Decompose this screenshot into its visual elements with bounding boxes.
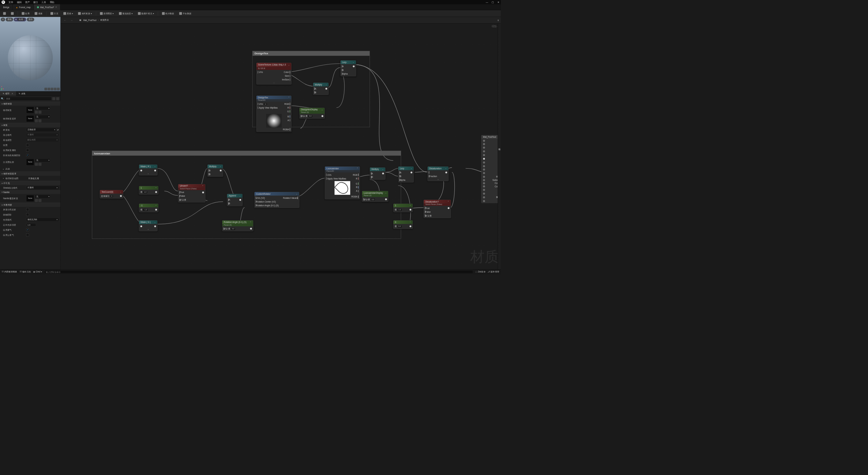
node-scenetexture[interactable]: SceneTexture:后期处理输入0⌄ 输入数据 UVsColor Size… bbox=[256, 63, 292, 85]
subsurface-dropdown[interactable]: 无 bbox=[35, 158, 51, 163]
node-lerp-top[interactable]: Lerp⌄ A B Alpha bbox=[340, 60, 356, 76]
vp-perspective[interactable]: 透视 bbox=[6, 18, 13, 21]
details-panel[interactable]: 物理材质 物理材质None无 物理材质遮罩None无 材质 材质域后期处理↺ 混… bbox=[0, 101, 60, 269]
pin-in[interactable] bbox=[140, 170, 142, 172]
material-preview-viewport[interactable]: ≡ 透视 ● 光照 显示 zy x bbox=[0, 17, 60, 91]
node-desaturation-switch[interactable]: Desaturation?⌃ Switch Param (False) True… bbox=[423, 200, 451, 218]
tab-parameters[interactable]: ✎参数 bbox=[16, 91, 28, 96]
pin-out[interactable] bbox=[290, 115, 290, 118]
asset-thumbnail[interactable]: None bbox=[26, 115, 34, 122]
pin-out[interactable] bbox=[155, 191, 157, 193]
apply-fog-checkbox[interactable] bbox=[26, 228, 29, 231]
node-constant-1[interactable]: 1⌃ 值 1.0 bbox=[139, 186, 159, 194]
node-constant-1-right[interactable]: 1⌃ 值 1.0 bbox=[393, 204, 413, 212]
pin-out[interactable] bbox=[120, 195, 122, 197]
use-material-attributes-checkbox[interactable] bbox=[26, 149, 29, 152]
tab-mat-posttool[interactable]: Mat_PostTool* ✕ bbox=[34, 4, 60, 10]
pin-out[interactable] bbox=[358, 195, 358, 198]
graph-menu-icon[interactable]: ≡ bbox=[498, 19, 499, 21]
live-update-button[interactable]: 实时更新 ▾ bbox=[77, 11, 93, 15]
console-input[interactable] bbox=[44, 270, 473, 273]
graph-root-icon[interactable]: ▦ bbox=[79, 19, 81, 21]
filter-icon[interactable] bbox=[52, 97, 55, 100]
minimize-icon[interactable]: — bbox=[486, 1, 488, 3]
node-designtex-display[interactable]: DesigntexDisplay⌄ Param (0) 默认值 0.0 bbox=[299, 108, 325, 118]
nanite-override-dropdown[interactable]: 无 bbox=[35, 195, 51, 199]
menu-help[interactable]: 帮助 bbox=[50, 0, 55, 4]
menu-tool[interactable]: 工具 bbox=[41, 0, 46, 4]
use-icon[interactable] bbox=[35, 199, 38, 202]
source-control-button[interactable]: ⎇ 版本管理 bbox=[488, 270, 499, 273]
tab-details[interactable]: ✎细节✕ bbox=[0, 91, 16, 96]
asset-thumbnail[interactable]: None bbox=[26, 195, 34, 202]
menu-window[interactable]: 窗口 bbox=[33, 0, 38, 4]
browse-icon[interactable] bbox=[38, 111, 41, 114]
pin-out[interactable] bbox=[445, 171, 447, 173]
pin-out[interactable] bbox=[290, 102, 290, 105]
menu-file[interactable]: 文件 bbox=[8, 0, 13, 4]
palette-panel-collapsed[interactable]: 调色板 bbox=[498, 23, 501, 269]
save-button[interactable] bbox=[2, 12, 7, 16]
pin-out[interactable] bbox=[155, 209, 157, 211]
category-nanite[interactable]: Nanite bbox=[0, 190, 60, 194]
material-graph[interactable]: ← → ▦ Mat_PostTool › 材质图表 ≡ 缩放-1 材质 bbox=[61, 17, 501, 269]
physmat-dropdown[interactable]: 无 bbox=[35, 106, 51, 110]
browse-button[interactable] bbox=[10, 12, 15, 16]
node-designtex-sampler[interactable]: DesignTex⌃ Param2D UVs 0RGB Apply View M… bbox=[256, 96, 292, 132]
node-multiply-right[interactable]: Multiply⌄ A B bbox=[370, 167, 386, 179]
node-luoxuanxian-display[interactable]: LuoxuanxianDisplay⌄ Param (0) 默认值 0.0 bbox=[362, 191, 388, 202]
category-invisible[interactable]: 不可见 bbox=[0, 181, 60, 185]
pin-out[interactable] bbox=[290, 75, 290, 77]
pin-out[interactable] bbox=[298, 196, 298, 199]
pin-out[interactable] bbox=[382, 172, 384, 174]
close-icon[interactable]: ✕ bbox=[497, 1, 499, 3]
tab-close-icon[interactable]: ✕ bbox=[55, 6, 57, 8]
node-luoxuanxian-sampler[interactable]: Luoxuanxian⌃ Param2D UVsRGB Apply View M… bbox=[325, 166, 360, 199]
two-sided-checkbox[interactable] bbox=[26, 144, 29, 147]
breadcrumb-leaf[interactable]: 材质图表 bbox=[100, 19, 109, 22]
browse-icon[interactable] bbox=[38, 119, 41, 122]
pin-out[interactable] bbox=[358, 190, 358, 192]
platform-stats-button[interactable]: 平台数据 bbox=[178, 11, 193, 15]
pin-out[interactable] bbox=[410, 209, 412, 211]
node-mask-g[interactable]: Mask ( G )⌄ ⌄ bbox=[139, 220, 158, 231]
output-log-button[interactable]: ▤ 输出日志 bbox=[20, 270, 31, 273]
pin-out[interactable] bbox=[154, 225, 156, 227]
home-button[interactable]: 主页 bbox=[49, 11, 59, 15]
pin-in[interactable] bbox=[140, 225, 142, 227]
node-multiply-top[interactable]: Multiply⌄ A B bbox=[313, 82, 329, 95]
physmatmask-dropdown[interactable]: 无 bbox=[35, 115, 51, 119]
pin-out[interactable] bbox=[250, 228, 252, 230]
hierarchy-button[interactable]: 层级 ▾ bbox=[62, 11, 74, 15]
category-physmat-mask[interactable]: 物理材质遮罩 bbox=[0, 171, 60, 176]
category-material[interactable]: 材质 bbox=[0, 123, 60, 127]
pin-out[interactable] bbox=[154, 170, 156, 172]
pin-out[interactable] bbox=[358, 173, 358, 176]
node-uinvert-switch[interactable]: UInvert?⌃ Switch Param (False) True Fals… bbox=[178, 184, 205, 202]
vp-opt-icon[interactable] bbox=[57, 88, 60, 90]
tab-forest-map[interactable]: ▲ Forest_map bbox=[13, 4, 34, 10]
contact-shadow-checkbox[interactable] bbox=[26, 213, 29, 216]
vp-opt-icon[interactable] bbox=[54, 88, 57, 90]
details-search-input[interactable] bbox=[5, 97, 52, 101]
pin-out[interactable] bbox=[202, 191, 204, 193]
pin-out[interactable] bbox=[326, 88, 328, 90]
use-icon[interactable] bbox=[35, 111, 38, 114]
ssr-checkbox[interactable] bbox=[26, 208, 29, 211]
node-desaturation[interactable]: Desaturation⌄ Fraction⌄ bbox=[428, 166, 449, 181]
node-texcoord[interactable]: TexCoord[0]⌄ 坐标索引 0 bbox=[100, 190, 123, 198]
nav-forward-icon[interactable]: → bbox=[69, 18, 74, 22]
vp-show[interactable]: 显示 bbox=[27, 18, 34, 21]
use-icon[interactable] bbox=[35, 163, 38, 166]
shading-model-dropdown[interactable]: 默认光照 bbox=[26, 138, 59, 142]
pin-out[interactable] bbox=[290, 119, 290, 121]
close-icon[interactable]: ✕ bbox=[12, 92, 13, 95]
category-translucency[interactable]: 半透明度 bbox=[0, 203, 60, 207]
vp-opt-icon[interactable] bbox=[44, 88, 47, 90]
tab-bridge[interactable]: Bridge bbox=[0, 4, 13, 10]
node-multiply-mid[interactable]: Multiply⌄ A B bbox=[208, 165, 223, 177]
browse-icon[interactable] bbox=[38, 163, 41, 166]
reset-icon[interactable]: ↺ bbox=[57, 129, 59, 131]
node-lerp-bottom[interactable]: Lerp⌄ A B Alpha bbox=[398, 166, 414, 182]
node-mask-r[interactable]: Mask ( R )⌄ ⌄ bbox=[139, 165, 158, 175]
